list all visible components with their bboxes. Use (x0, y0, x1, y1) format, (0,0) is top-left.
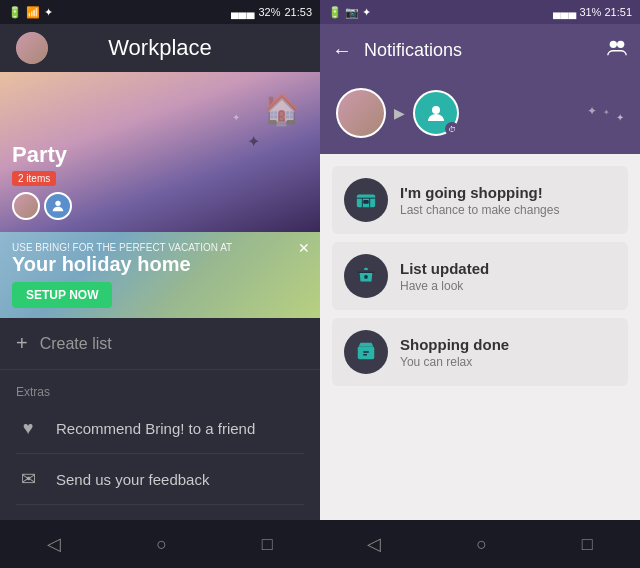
create-list-text: Create list (40, 335, 112, 353)
party-title: Party (12, 142, 308, 168)
notification-item-0[interactable]: I'm going shopping! Last chance to make … (332, 166, 628, 234)
notif-sub-2: You can relax (400, 355, 509, 369)
right-battery-icon: 🔋 (328, 6, 342, 18)
left-time: 21:53 (284, 6, 312, 18)
feedback-text: Send us your feedback (56, 471, 209, 488)
svg-point-6 (364, 275, 368, 279)
left-battery-text: 32% (258, 6, 280, 18)
notif-content-0: I'm going shopping! Last chance to make … (400, 184, 559, 217)
right-bottom-nav: ◁ ○ □ (320, 520, 640, 568)
party-badge: 2 items (12, 171, 56, 186)
right-status-left: 🔋 📷 ✦ (328, 6, 371, 19)
notifications-title: Notifications (364, 40, 462, 61)
setup-button[interactable]: SETUP NOW (12, 282, 112, 308)
notif-sub-1: Have a look (400, 279, 489, 293)
heart-icon: ♥ (16, 418, 40, 439)
promo-small-text: USE BRING! FOR THE PERFECT VACATION AT (12, 242, 288, 253)
svg-point-0 (55, 201, 60, 206)
notif-title-1: List updated (400, 260, 489, 277)
avatar-bar: ▶ ⏱ ✦ ✦ ✦ (320, 76, 640, 154)
bluetooth-icon: ✦ (44, 6, 53, 19)
right-battery-text: 31% (579, 6, 601, 18)
avatar[interactable] (16, 32, 48, 64)
left-status-bar: 🔋 📶 ✦ ▄▄▄ 32% 21:53 (0, 0, 320, 24)
recipient-avatar: ⏱ (413, 90, 459, 136)
notif-add-button[interactable] (606, 37, 628, 64)
right-wifi-icon: 📷 (345, 6, 359, 18)
feedback-item[interactable]: ✉ Send us your feedback (16, 454, 304, 505)
right-status-right: ▄▄▄ 31% 21:51 (553, 6, 632, 18)
right-back-nav[interactable]: ◁ (367, 533, 381, 555)
svg-rect-7 (358, 347, 375, 360)
sender-avatar (336, 88, 386, 138)
party-avatars (12, 192, 308, 220)
back-button[interactable]: ← (332, 39, 352, 62)
notification-item-2[interactable]: Shopping done You can relax (332, 318, 628, 386)
left-panel: 🔋 📶 ✦ ▄▄▄ 32% 21:53 Workplace 🏠 ✦ ✦ Part… (0, 0, 320, 568)
extras-section: Extras (0, 370, 320, 404)
app-title: Workplace (108, 35, 212, 61)
notif-icon-1 (344, 254, 388, 298)
avatar-image (16, 32, 48, 64)
right-signal: ▄▄▄ (553, 6, 576, 18)
recommend-text: Recommend Bring! to a friend (56, 420, 255, 437)
status-left: 🔋 📶 ✦ (8, 6, 53, 19)
notif-content-1: List updated Have a look (400, 260, 489, 293)
right-status-bar: 🔋 📷 ✦ ▄▄▄ 31% 21:51 (320, 0, 640, 24)
right-time: 21:51 (604, 6, 632, 18)
notif-title-0: I'm going shopping! (400, 184, 559, 201)
svg-rect-5 (363, 200, 369, 204)
battery-icon: 🔋 (8, 6, 22, 19)
extras-label: Extras (16, 385, 50, 399)
app-header: Workplace (0, 24, 320, 72)
arrow-icon: ▶ (394, 105, 405, 121)
recent-nav-icon[interactable]: □ (262, 534, 273, 555)
notif-sub-0: Last chance to make changes (400, 203, 559, 217)
notification-item-1[interactable]: List updated Have a look (332, 242, 628, 310)
hero-overlay: Party 2 items (0, 134, 320, 232)
notif-icon-2 (344, 330, 388, 374)
back-nav-icon[interactable]: ◁ (47, 533, 61, 555)
notif-header-left: ← Notifications (332, 39, 462, 62)
notification-list: I'm going shopping! Last chance to make … (320, 154, 640, 520)
left-bottom-nav: ◁ ○ □ (0, 520, 320, 568)
avatar-1 (12, 192, 40, 220)
home-nav-icon[interactable]: ○ (156, 534, 167, 555)
avatar-badge: ⏱ (445, 122, 459, 136)
svg-point-1 (610, 40, 617, 47)
right-recent-nav[interactable]: □ (582, 534, 593, 555)
status-right: ▄▄▄ 32% 21:53 (231, 6, 312, 18)
notif-title-2: Shopping done (400, 336, 509, 353)
right-home-nav[interactable]: ○ (476, 534, 487, 555)
promo-title: Your holiday home (12, 253, 288, 276)
right-panel: 🔋 📷 ✦ ▄▄▄ 31% 21:51 ← Notifications ▶ ⏱ (320, 0, 640, 568)
notif-icon-0 (344, 178, 388, 222)
notif-content-2: Shopping done You can relax (400, 336, 509, 369)
avatar-2 (44, 192, 72, 220)
promo-close-button[interactable]: ✕ (298, 240, 310, 256)
wifi-icon: 📶 (26, 6, 40, 19)
notifications-header: ← Notifications (320, 24, 640, 76)
party-card[interactable]: 🏠 ✦ ✦ Party 2 items (0, 72, 320, 232)
mail-icon: ✉ (16, 468, 40, 490)
promo-banner: USE BRING! FOR THE PERFECT VACATION AT Y… (0, 232, 320, 318)
recommend-item[interactable]: ♥ Recommend Bring! to a friend (16, 404, 304, 454)
svg-point-2 (617, 40, 624, 47)
signal-icon: ▄▄▄ (231, 6, 254, 18)
svg-point-3 (432, 106, 440, 114)
create-list-row[interactable]: + Create list (0, 318, 320, 370)
plus-icon: + (16, 332, 28, 355)
right-bt-icon: ✦ (362, 6, 371, 18)
